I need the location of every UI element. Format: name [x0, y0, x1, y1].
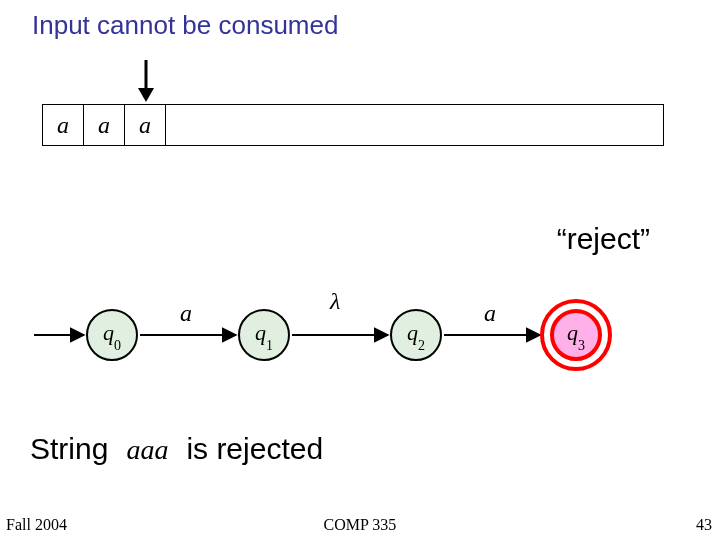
- slide-number: 43: [696, 516, 712, 534]
- reject-label: “reject”: [557, 222, 650, 256]
- conclusion-suffix: is rejected: [186, 432, 323, 466]
- state-q2: q2: [390, 309, 442, 361]
- state-q0: q0: [86, 309, 138, 361]
- transition-label: a: [180, 300, 192, 327]
- automaton-diagram: q0 q1 q2 q3 a λ a: [24, 280, 704, 390]
- tape-head-arrow-icon: [134, 58, 158, 104]
- footer-center: COMP 335: [0, 516, 720, 534]
- tape-cell: a: [84, 105, 125, 145]
- state-label: q1: [255, 320, 273, 349]
- conclusion-string: aaa: [126, 434, 168, 466]
- tape-blank-region: [166, 105, 663, 145]
- state-q3: q3: [550, 309, 602, 361]
- tape-cell: a: [125, 105, 166, 145]
- conclusion-line: String aaa is rejected: [30, 432, 323, 466]
- slide-title: Input cannot be consumed: [32, 10, 338, 41]
- input-tape: a a a: [42, 104, 664, 146]
- state-q1: q1: [238, 309, 290, 361]
- svg-marker-1: [138, 88, 154, 102]
- transition-label: λ: [330, 288, 340, 315]
- state-label: q3: [567, 320, 585, 349]
- state-label: q2: [407, 320, 425, 349]
- conclusion-prefix: String: [30, 432, 108, 466]
- transition-label: a: [484, 300, 496, 327]
- slide: Input cannot be consumed a a a “reject”: [0, 0, 720, 540]
- tape-cell: a: [43, 105, 84, 145]
- state-label: q0: [103, 320, 121, 349]
